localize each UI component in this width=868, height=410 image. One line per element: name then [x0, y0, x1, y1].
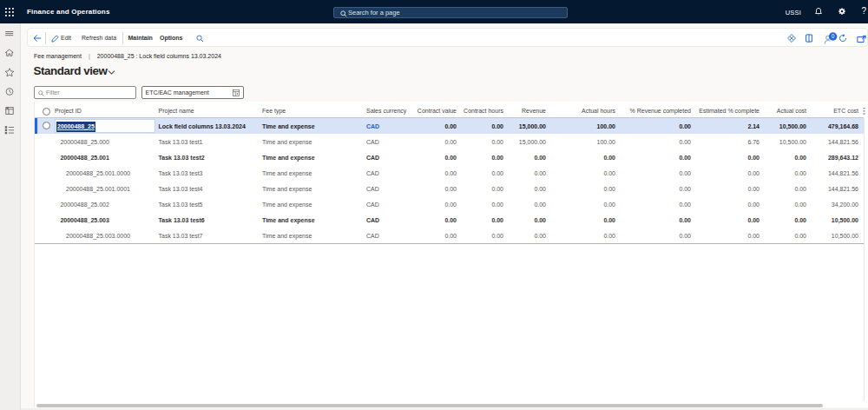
- svg-text:0: 0: [832, 33, 835, 39]
